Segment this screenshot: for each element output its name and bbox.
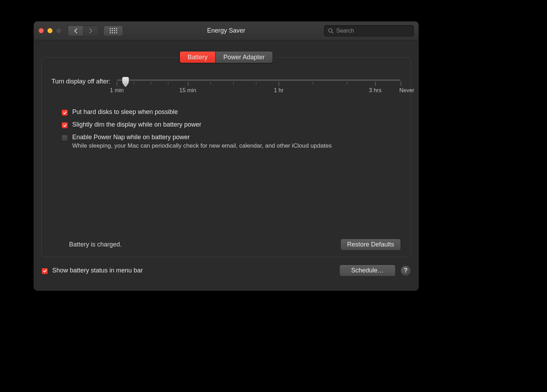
search-input[interactable]: [336, 28, 410, 34]
show-menu-bar-checkbox[interactable]: [41, 268, 48, 275]
power-nap-checkbox[interactable]: [61, 135, 68, 141]
grid-icon: [110, 28, 117, 33]
back-button[interactable]: [68, 26, 83, 36]
close-window-button[interactable]: [39, 28, 44, 33]
search-icon: [328, 28, 333, 34]
zoom-window-button[interactable]: [56, 28, 61, 33]
search-field[interactable]: [324, 25, 414, 36]
nav-buttons: [68, 26, 99, 36]
slider-track: [117, 79, 401, 81]
preferences-window: Energy Saver Battery Power Adapter Turn …: [33, 21, 419, 291]
hard-disks-label: Put hard disks to sleep when possible: [72, 108, 178, 116]
traffic-lights: [39, 28, 61, 33]
display-off-slider[interactable]: 1 min 15 min 1 hr 3 hrs Never: [117, 78, 401, 96]
display-off-label: Turn display off after:: [52, 78, 110, 85]
minimize-window-button[interactable]: [47, 28, 53, 33]
titlebar: Energy Saver: [34, 21, 419, 40]
checkmark-icon: [63, 111, 67, 115]
slider-ticks: [117, 82, 401, 87]
tick-15min: 15 min: [180, 87, 196, 94]
dim-display-label: Slightly dim the display while on batter…: [72, 121, 201, 128]
slider-tick-labels: 1 min 15 min 1 hr 3 hrs Never: [117, 87, 401, 96]
panel-footer: Battery is charged. Restore Defaults: [52, 239, 401, 250]
display-off-slider-row: Turn display off after:: [52, 78, 401, 96]
tab-battery[interactable]: Battery: [180, 51, 215, 63]
checkmark-icon: [63, 123, 67, 128]
option-hard-disks: Put hard disks to sleep when possible: [61, 108, 401, 116]
option-dim-display: Slightly dim the display while on batter…: [61, 121, 401, 129]
show-menu-bar-label: Show battery status in menu bar: [52, 267, 143, 274]
power-nap-label: Enable Power Nap while on battery power: [72, 134, 332, 141]
schedule-button[interactable]: Schedule…: [339, 265, 396, 276]
tick-3hrs: 3 hrs: [369, 87, 381, 94]
help-button[interactable]: ?: [400, 265, 411, 276]
option-power-nap: Enable Power Nap while on battery power …: [61, 134, 401, 149]
options-group: Put hard disks to sleep when possible Sl…: [61, 108, 401, 149]
battery-status-text: Battery is charged.: [69, 241, 122, 248]
tick-1hr: 1 hr: [274, 87, 284, 94]
hard-disks-checkbox[interactable]: [61, 109, 68, 116]
svg-line-1: [332, 32, 333, 33]
chevron-right-icon: [89, 28, 93, 33]
forward-button[interactable]: [83, 26, 99, 36]
show-all-button[interactable]: [103, 26, 123, 36]
power-nap-description: While sleeping, your Mac can periodicall…: [72, 142, 332, 149]
tick-never: Never: [399, 87, 414, 94]
tab-power-adapter[interactable]: Power Adapter: [215, 51, 273, 63]
tab-segmented-control: Battery Power Adapter: [180, 51, 273, 63]
bottom-row: Show battery status in menu bar Schedule…: [41, 265, 411, 276]
option-show-menu-bar: Show battery status in menu bar: [41, 267, 143, 275]
window-body: Battery Power Adapter Turn display off a…: [34, 40, 419, 283]
restore-defaults-button[interactable]: Restore Defaults: [340, 239, 401, 250]
checkmark-icon: [43, 269, 47, 273]
chevron-left-icon: [74, 28, 77, 33]
settings-panel: Battery Power Adapter Turn display off a…: [41, 57, 411, 257]
tick-1min: 1 min: [110, 87, 124, 94]
question-mark-icon: ?: [404, 267, 408, 274]
dim-display-checkbox[interactable]: [61, 122, 68, 129]
